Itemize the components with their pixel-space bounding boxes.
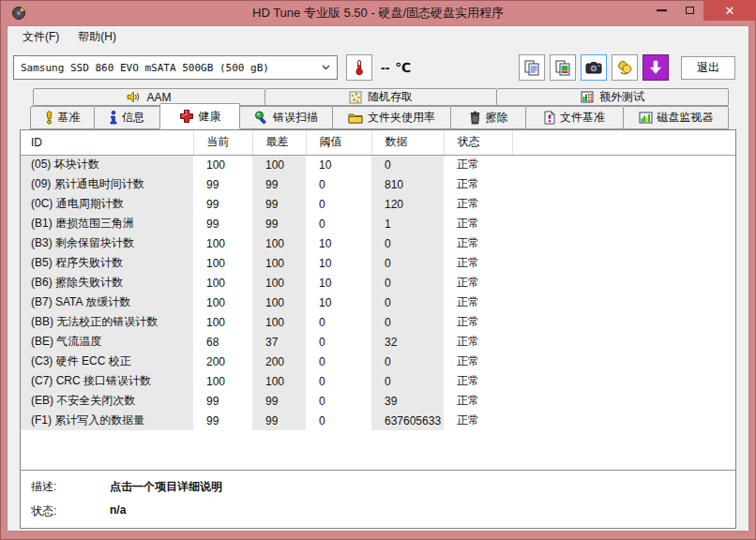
cell-data: 0 <box>371 292 444 312</box>
tab-health[interactable]: 健康 <box>159 103 240 129</box>
description-label: 描述: <box>31 479 110 495</box>
tab-error-scan[interactable]: 错误扫描 <box>239 106 333 129</box>
table-row[interactable]: (B5) 程序失败计数 100 100 10 0 正常 <box>21 253 735 273</box>
cell-data: 120 <box>371 194 444 214</box>
temperature-readout: -- ℃ <box>381 60 411 75</box>
tab-label: 信息 <box>122 110 144 126</box>
cell-worst: 100 <box>252 273 306 292</box>
info-icon <box>110 111 117 125</box>
cell-status: 正常 <box>444 214 512 233</box>
table-row[interactable]: (B1) 磨损范围三角洲 99 99 0 1 正常 <box>21 214 735 233</box>
benchmark-icon <box>45 111 53 125</box>
cell-status: 正常 <box>444 312 512 332</box>
minimize-button[interactable] <box>647 0 675 21</box>
column-header-data[interactable]: 数据 <box>371 130 444 155</box>
column-header-worst[interactable]: 最差 <box>252 130 306 155</box>
cell-id: (B1) 磨损范围三角洲 <box>21 214 193 233</box>
table-row[interactable]: (B3) 剩余保留块计数 100 100 10 0 正常 <box>21 233 735 253</box>
tab-label: 错误扫描 <box>273 110 318 126</box>
file-benchmark-icon <box>544 111 555 125</box>
exit-button[interactable]: 退出 <box>681 56 735 80</box>
drive-select-value: Samsung SSD 860 EVO mSATA 500GB (500 gB) <box>21 62 269 74</box>
app-icon <box>11 6 26 21</box>
disk-monitor-icon <box>639 112 653 124</box>
cell-id: (C3) 硬件 ECC 校正 <box>21 352 193 371</box>
cell-threshold: 0 <box>306 371 371 391</box>
table-row[interactable]: (EB) 不安全关闭次数 99 99 0 39 正常 <box>21 391 735 411</box>
tab-label: 擦除 <box>486 110 508 126</box>
menu-help[interactable]: 帮助(H) <box>68 27 126 47</box>
tab-benchmark[interactable]: 基准 <box>30 106 95 129</box>
copy-text-button[interactable] <box>519 54 545 81</box>
cell-id: (05) 坏块计数 <box>21 155 193 174</box>
table-row[interactable]: (05) 坏块计数 100 100 10 0 正常 <box>21 155 735 174</box>
cell-current: 100 <box>193 273 252 292</box>
cell-current: 100 <box>193 233 252 253</box>
table-row[interactable]: (F1) 累计写入的数据量 99 99 0 637605633 正常 <box>21 411 735 430</box>
column-header-threshold[interactable]: 阈值 <box>306 130 371 155</box>
menu-file[interactable]: 文件(F) <box>13 27 68 47</box>
cell-threshold: 10 <box>306 292 371 312</box>
cell-data: 810 <box>371 174 444 194</box>
cell-status: 正常 <box>444 174 512 194</box>
description-value: 点击一个项目详细说明 <box>110 479 222 495</box>
drive-select-dropdown[interactable]: Samsung SSD 860 EVO mSATA 500GB (500 gB) <box>13 55 338 80</box>
temperature-button[interactable] <box>346 54 372 81</box>
cell-threshold: 0 <box>306 214 371 233</box>
tab-disk-monitor[interactable]: 磁盘监视器 <box>623 106 729 129</box>
table-row[interactable]: (BE) 气流温度 68 37 0 32 正常 <box>21 332 735 352</box>
tab-label: 健康 <box>199 109 221 125</box>
close-button[interactable]: ✕ <box>703 0 756 21</box>
cell-id: (B7) SATA 放缓计数 <box>21 292 193 312</box>
tab-label: 文件夹使用率 <box>368 110 435 126</box>
cell-worst: 99 <box>252 214 306 233</box>
column-header-current[interactable]: 当前 <box>193 130 252 155</box>
download-button[interactable] <box>643 54 669 81</box>
donate-button[interactable] <box>612 54 638 81</box>
close-icon: ✕ <box>725 4 735 18</box>
tab-info[interactable]: 信息 <box>94 106 160 129</box>
column-header-status[interactable]: 状态 <box>444 130 512 155</box>
tab-label: AAM <box>146 91 171 104</box>
window-title: HD Tune 专业版 5.50 - 硬盘/固态硬盘实用程序 <box>8 5 748 22</box>
tab-file-benchmark[interactable]: 文件基准 <box>525 106 624 129</box>
table-row[interactable]: (B7) SATA 放缓计数 100 100 10 0 正常 <box>21 292 735 312</box>
table-row[interactable]: (B6) 擦除失败计数 100 100 10 0 正常 <box>21 273 735 292</box>
table-row[interactable]: (09) 累计通电时间计数 99 99 0 810 正常 <box>21 174 735 194</box>
cell-id: (EB) 不安全关闭次数 <box>21 391 193 411</box>
erase-icon <box>469 111 481 125</box>
cell-filler <box>512 214 735 233</box>
cell-data: 637605633 <box>371 411 444 430</box>
tab-random-access[interactable]: 随机存取 <box>265 88 497 106</box>
tab-folder-usage[interactable]: 文件夹使用率 <box>332 106 451 129</box>
cell-id: (B6) 擦除失败计数 <box>21 273 193 292</box>
cell-status: 正常 <box>444 194 512 214</box>
detail-footer: 描述: 点击一个项目详细说明 状态: n/a <box>21 471 735 528</box>
column-header-id[interactable]: ID <box>21 130 193 155</box>
table-row[interactable]: (C3) 硬件 ECC 校正 200 200 0 0 正常 <box>21 352 735 371</box>
column-header-filler <box>512 130 735 155</box>
tab-erase[interactable]: 擦除 <box>450 106 526 129</box>
copy-image-button[interactable] <box>550 54 576 81</box>
cell-worst: 100 <box>252 155 306 174</box>
cell-worst: 100 <box>252 233 306 253</box>
cell-filler <box>512 174 735 194</box>
tab-extra-tests[interactable]: 额外测试 <box>496 88 729 106</box>
cell-current: 68 <box>193 332 252 352</box>
cell-data: 0 <box>371 233 444 253</box>
cell-current: 99 <box>193 194 252 214</box>
cell-current: 99 <box>193 214 252 233</box>
maximize-button[interactable] <box>675 0 703 21</box>
cell-threshold: 0 <box>306 174 371 194</box>
table-row[interactable]: (0C) 通电周期计数 99 99 0 120 正常 <box>21 194 735 214</box>
cell-current: 200 <box>193 352 252 371</box>
table-row[interactable]: (C7) CRC 接口错误计数 100 100 0 0 正常 <box>21 371 735 391</box>
screenshot-button[interactable] <box>581 54 607 81</box>
cell-id: (B3) 剩余保留块计数 <box>21 233 193 253</box>
tab-row-secondary: AAM 随机存取 额外测试 <box>8 88 748 106</box>
cell-status: 正常 <box>444 332 512 352</box>
table-row[interactable]: (BB) 无法校正的错误计数 100 100 0 0 正常 <box>21 312 735 332</box>
cell-status: 正常 <box>444 352 512 371</box>
cell-filler <box>512 312 735 332</box>
cell-threshold: 10 <box>306 253 371 273</box>
